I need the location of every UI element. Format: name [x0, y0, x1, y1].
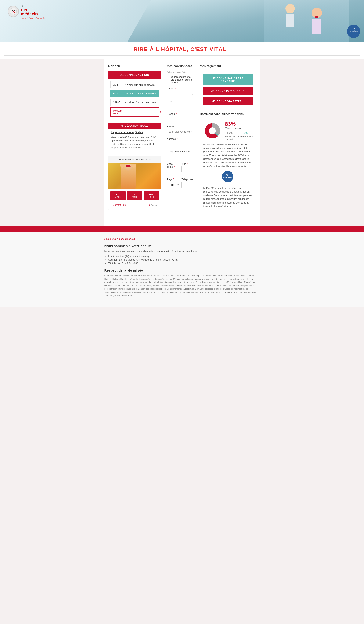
middle-column: Mes coordonnées * Champs obligatoires Je…: [167, 64, 194, 214]
deduction-text: Votre don de 60 €, ne vous coûte que 20,…: [111, 136, 158, 149]
mensuel-image: [108, 163, 161, 189]
prenom-group: Prénom *: [167, 112, 194, 122]
prenom-label: Prénom *: [167, 112, 194, 115]
org-checkbox[interactable]: [167, 76, 170, 78]
contact-list: Email : contact (@) leriremedecin.org Co…: [104, 255, 260, 265]
mensuel-option-15[interactable]: 15 € / mois: [127, 191, 143, 200]
prenom-input[interactable]: [167, 116, 194, 122]
complement-label: Complément d'adresse: [167, 150, 194, 153]
contact-telephone: Téléphone : 01 44 84 40 80: [108, 262, 260, 265]
usage-chart-box: 83% Mission sociale 14% Recherche de fon…: [200, 118, 256, 211]
usage-section: Comment sont-utilisés vos dons ?: [200, 112, 256, 211]
don-option-30[interactable]: 30 € | 1 visite d'un duo de clowns: [110, 81, 159, 88]
cp-ville-row: Code postal * Ville *: [167, 162, 194, 178]
hero-image: [264, 0, 349, 42]
telephone-label: Téléphone: [181, 178, 194, 181]
contact-courrier: Courrier : Le Rire Médecin, 64/70 rue de…: [108, 258, 260, 261]
mensuel-options: 10 € / mois 15 € / mois 40 € / mois: [108, 189, 161, 202]
btn-paypal[interactable]: JE DONNE VIA PAYPAL: [203, 97, 253, 105]
codepostal-group: Code postal *: [167, 162, 180, 175]
nom-group: Nom *: [167, 100, 194, 110]
svg-point-3: [13, 11, 14, 12]
left-column: Mon don JE DONNE UNE FOIS 30 € | 1 visit…: [108, 64, 161, 214]
contact-title: Nous sommes à votre écoute: [104, 244, 260, 248]
adresse-label: Adresse *: [167, 137, 194, 140]
pie-main-label: Mission sociale: [225, 127, 253, 130]
codepostal-input[interactable]: [167, 169, 180, 175]
pie-chart: [203, 121, 222, 140]
pays-label: Pays *: [167, 178, 180, 181]
svg-point-2: [14, 10, 15, 11]
pie-label-fonctionnement: 3% Fonctionnement: [238, 131, 253, 141]
deduction-tab-revenu[interactable]: Impôt sur le revenu: [111, 131, 134, 134]
logo-text: le rire médecin Rire à l'hôpital, c'est …: [21, 4, 45, 19]
don-libre-field[interactable]: Montant libre €: [110, 107, 159, 117]
usage-title: Comment sont-utilisés vos dons ?: [200, 112, 256, 115]
complement-group: Complément d'adresse: [167, 150, 194, 160]
privacy-title: Respect de la vie privée: [104, 269, 260, 273]
ville-input[interactable]: [181, 166, 194, 172]
org-checkbox-row[interactable]: Je représente une organisation ou une so…: [167, 76, 194, 84]
page-title-section: RIRE À L'HÔPITAL, C'EST VITAL !: [0, 42, 364, 59]
don-once-section: JE DONNE UNE FOIS 30 € | 1 visite d'un d…: [108, 71, 161, 119]
pays-group: Pays * France: [167, 178, 180, 188]
nom-input[interactable]: [167, 104, 194, 110]
mensuel-section: JE DONNE TOUS LES MOIS 10 € / mois: [108, 156, 161, 210]
reglement-buttons: JE DONNE PAR CARTE BANCAIRE JE DONNE PAR…: [200, 71, 256, 108]
coordonnees-header: Mes coordonnées: [167, 64, 194, 68]
civilite-group: Civilité * M. Mme Autre: [167, 87, 194, 97]
civilite-select[interactable]: M. Mme Autre: [167, 91, 194, 97]
telephone-group: Téléphone: [181, 178, 194, 188]
mensuel-option-10[interactable]: 10 € / mois: [110, 191, 126, 200]
page-title: RIRE À L'HÔPITAL, C'EST VITAL !: [4, 46, 360, 52]
pays-tel-row: Pays * France Téléphone: [167, 178, 194, 191]
mensuel-libre-field[interactable]: Montant libre € / mois: [110, 202, 159, 208]
adresse-input[interactable]: [167, 141, 194, 147]
logo: le rire médecin Rire à l'hôpital, c'est …: [8, 4, 45, 19]
ville-label: Ville *: [181, 162, 194, 165]
pie-main-pct: 83%: [225, 121, 253, 127]
pie-small-labels: 14% Recherche de fonds 3% Fonctionnement: [225, 131, 253, 141]
don-options-list: 30 € | 1 visite d'un duo de clowns 60 € …: [108, 79, 161, 119]
pie-chart-container: 83% Mission sociale 14% Recherche de fon…: [203, 121, 253, 141]
contact-subtitle: Notre service donateurs est à votre disp…: [104, 250, 260, 252]
deduction-tab-societe[interactable]: Société: [135, 131, 143, 134]
don-confiance-badge: DON EN CONFIANCE don-en-confiance.fr: [347, 25, 360, 38]
mensuel-option-40[interactable]: 40 € / mois: [144, 191, 159, 200]
contact-email: Email : contact (@) leriremedecin.org: [108, 255, 260, 258]
confiance-text: Le Rire Médecin adhère aux règles de déo…: [203, 186, 253, 208]
don-libre-input[interactable]: [122, 109, 159, 115]
footer-inner: » Retour à la page d'accueil Nous sommes…: [104, 237, 260, 297]
required-note: * Champs obligatoires: [167, 71, 194, 73]
svg-point-1: [12, 10, 13, 11]
deduction-tabs: Impôt sur le revenu Société: [111, 131, 158, 134]
don-option-120[interactable]: 120 € | 4 visites d'un duo de clowns: [110, 99, 159, 106]
reglement-header: Mon règlement: [200, 64, 256, 68]
don-option-60[interactable]: 60 € | 2 visites d'un duo de clowns: [110, 90, 159, 97]
privacy-text: Les informations recueillies sur ce form…: [104, 274, 260, 297]
codepostal-label: Code postal *: [167, 162, 180, 168]
pie-legend: 83% Mission sociale 14% Recherche de fon…: [225, 121, 253, 141]
mensuel-header: JE DONNE TOUS LES MOIS: [108, 156, 161, 163]
email-group: E-mail *: [167, 125, 194, 135]
usage-text: Depuis 1991, Le Rire Médecin redonne aux…: [203, 143, 253, 168]
deduction-section: MA DÉDUCTION FISCALE Impôt sur le revenu…: [108, 123, 161, 152]
telephone-input[interactable]: [181, 182, 194, 188]
btn-cheque[interactable]: JE DONNE PAR CHÈQUE: [203, 87, 253, 95]
adresse-group: Adresse *: [167, 137, 194, 147]
footer-red-bar: [0, 226, 364, 232]
email-label: E-mail *: [167, 125, 194, 128]
complement-input[interactable]: [167, 154, 194, 160]
back-link[interactable]: » Retour à la page d'accueil: [104, 237, 135, 240]
main-content: Mon don JE DONNE UNE FOIS 30 € | 1 visit…: [104, 59, 260, 226]
don-once-header: JE DONNE UNE FOIS: [108, 71, 161, 79]
pays-select[interactable]: France: [167, 182, 180, 188]
deduction-header: MA DÉDUCTION FISCALE: [108, 123, 161, 129]
three-col-layout: Mon don JE DONNE UNE FOIS 30 € | 1 visit…: [108, 64, 256, 214]
ville-group: Ville *: [181, 162, 194, 175]
logo-icon: [8, 6, 19, 17]
org-label: Je représente une organisation ou une so…: [171, 76, 194, 84]
email-input[interactable]: [167, 129, 194, 135]
civilite-label: Civilité *: [167, 87, 194, 90]
btn-card[interactable]: JE DONNE PAR CARTE BANCAIRE: [203, 74, 253, 85]
